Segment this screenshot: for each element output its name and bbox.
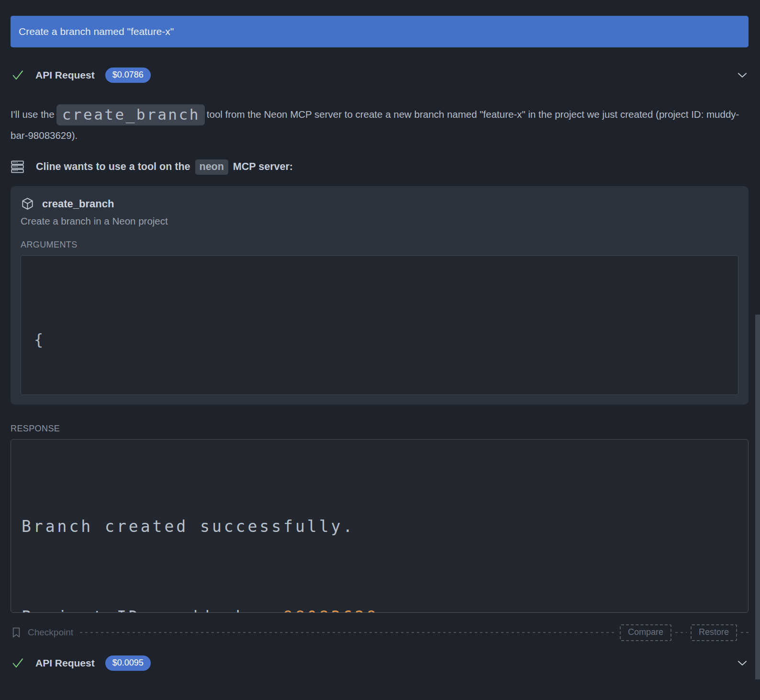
chevron-down-icon[interactable] <box>736 69 749 81</box>
bookmark-icon <box>11 627 22 638</box>
mcp-tool-heading: Cline wants to use a tool on the neon MC… <box>11 160 749 174</box>
vertical-scrollbar[interactable] <box>755 315 760 679</box>
response-line: Project ID: muddy-bar-98083629 <box>22 602 748 613</box>
package-cube-icon <box>21 197 34 211</box>
tool-name: create_branch <box>42 198 114 210</box>
check-icon <box>11 656 25 670</box>
heading-before: Cline wants to use a tool on the <box>36 161 190 172</box>
restore-button[interactable]: Restore <box>691 624 737 641</box>
checkpoint-divider <box>80 632 614 633</box>
response-line-prefix: Project ID: muddy-bar- <box>22 608 283 613</box>
checkpoint-divider <box>675 632 687 633</box>
brace-open: { <box>34 330 45 349</box>
inline-code-create-branch: create_branch <box>56 104 205 125</box>
checkpoint-row: Checkpoint Compare Restore <box>11 624 749 641</box>
chat-content: Create a branch named "feature-x" API Re… <box>0 0 760 674</box>
response-code-block[interactable]: Branch created successfully. Project ID:… <box>11 439 749 613</box>
check-icon <box>11 68 25 82</box>
chevron-down-icon[interactable] <box>736 657 749 669</box>
arguments-code-block[interactable]: { "projectId": "muddy-bar-98083629", "br… <box>21 255 738 395</box>
cline-chat-panel: Create a branch named "feature-x" API Re… <box>0 0 760 700</box>
mcp-tool-card: create_branch Create a branch in a Neon … <box>11 186 749 405</box>
api-request-label: API Request <box>35 69 95 81</box>
arguments-label: ARGUMENTS <box>21 240 738 250</box>
api-request-label: API Request <box>35 657 95 669</box>
heading-after: MCP server: <box>233 161 293 172</box>
response-line: Branch created successfully. <box>22 511 748 542</box>
task-banner[interactable]: Create a branch named "feature-x" <box>11 16 749 47</box>
server-icon <box>11 160 24 174</box>
assistant-message: I'll use thecreate_branchtool from the N… <box>11 104 742 146</box>
tool-title-row: create_branch <box>21 197 738 211</box>
tool-description: Create a branch in a Neon project <box>21 215 738 227</box>
assistant-message-text: I'll use the <box>11 109 55 120</box>
mcp-server-name-chip: neon <box>195 159 228 175</box>
code-line: { <box>34 325 738 355</box>
api-request-row-2[interactable]: API Request $0.0095 <box>11 653 749 674</box>
checkpoint-divider <box>741 632 749 633</box>
task-text: Create a branch named "feature-x" <box>19 26 174 37</box>
compare-button[interactable]: Compare <box>620 624 671 641</box>
response-label: RESPONSE <box>11 424 749 434</box>
mcp-tool-heading-text: Cline wants to use a tool on the neon MC… <box>36 161 293 173</box>
project-number: 98083629 <box>283 608 379 613</box>
checkpoint-label: Checkpoint <box>28 627 73 638</box>
cost-badge: $0.0095 <box>105 655 151 671</box>
api-request-row-1[interactable]: API Request $0.0786 <box>11 65 749 86</box>
cost-badge: $0.0786 <box>105 68 151 83</box>
